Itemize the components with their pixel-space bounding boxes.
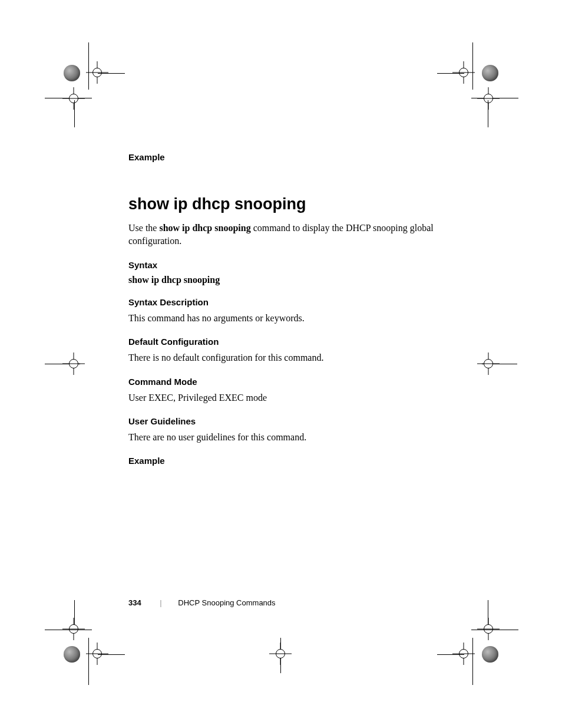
registration-mark-icon xyxy=(66,621,81,637)
registration-mark-icon xyxy=(482,65,498,81)
crop-line xyxy=(472,42,473,90)
registration-mark-icon xyxy=(66,356,81,371)
registration-mark-icon xyxy=(90,646,105,661)
intro-bold: show ip dhcp snooping xyxy=(159,223,250,233)
registration-mark-icon xyxy=(273,646,288,661)
crop-line xyxy=(488,100,488,127)
page-footer: 334 | DHCP Snooping Commands xyxy=(128,598,276,607)
intro-paragraph: Use the show ip dhcp snooping command to… xyxy=(128,222,441,248)
registration-mark-icon xyxy=(66,91,81,106)
crop-line xyxy=(88,638,89,685)
default-body: There is no default configuration for th… xyxy=(128,351,441,364)
registration-mark-icon xyxy=(456,646,471,661)
syntax-desc-heading: Syntax Description xyxy=(128,297,441,307)
guidelines-heading: User Guidelines xyxy=(128,416,441,426)
syntax-heading: Syntax xyxy=(128,260,441,270)
syntax-line: show ip dhcp snooping xyxy=(128,275,441,285)
registration-mark-icon xyxy=(64,65,80,81)
crop-line xyxy=(98,654,125,655)
user-guidelines-section: User Guidelines There are no user guidel… xyxy=(128,416,441,444)
intro-pre: Use the xyxy=(128,223,159,233)
registration-mark-icon xyxy=(481,91,496,106)
syntax-description-section: Syntax Description This command has no a… xyxy=(128,297,441,325)
registration-mark-icon xyxy=(90,65,105,80)
crop-line xyxy=(437,73,464,74)
crop-line xyxy=(437,654,464,655)
default-config-section: Default Configuration There is no defaul… xyxy=(128,337,441,364)
command-mode-section: Command Mode User EXEC, Privileged EXEC … xyxy=(128,377,441,404)
crop-line xyxy=(45,630,92,630)
registration-mark-icon xyxy=(456,65,471,80)
registration-mark-icon xyxy=(481,621,496,637)
example-heading-2: Example xyxy=(128,456,441,466)
mode-body: User EXEC, Privileged EXEC mode xyxy=(128,391,441,404)
registration-mark-icon xyxy=(64,646,80,663)
syntax-desc-body: This command has no arguments or keyword… xyxy=(128,312,441,325)
crop-line xyxy=(472,638,473,685)
crop-line xyxy=(98,73,125,74)
footer-divider: | xyxy=(160,598,161,607)
registration-mark-icon xyxy=(481,356,496,371)
chapter-title: DHCP Snooping Commands xyxy=(178,598,275,607)
mode-heading: Command Mode xyxy=(128,377,441,387)
example-section-2: Example xyxy=(128,456,441,466)
crop-line xyxy=(471,630,518,630)
command-title: show ip dhcp snooping xyxy=(128,195,441,213)
registration-mark-icon xyxy=(482,646,498,663)
default-heading: Default Configuration xyxy=(128,337,441,347)
page-number: 334 xyxy=(128,598,141,607)
page-content: Example show ip dhcp snooping Use the sh… xyxy=(128,152,441,470)
crop-line xyxy=(88,42,89,90)
example-heading-1: Example xyxy=(128,152,441,162)
guidelines-body: There are no user guidelines for this co… xyxy=(128,431,441,444)
crop-line xyxy=(74,100,75,127)
syntax-section: Syntax show ip dhcp snooping xyxy=(128,260,441,285)
